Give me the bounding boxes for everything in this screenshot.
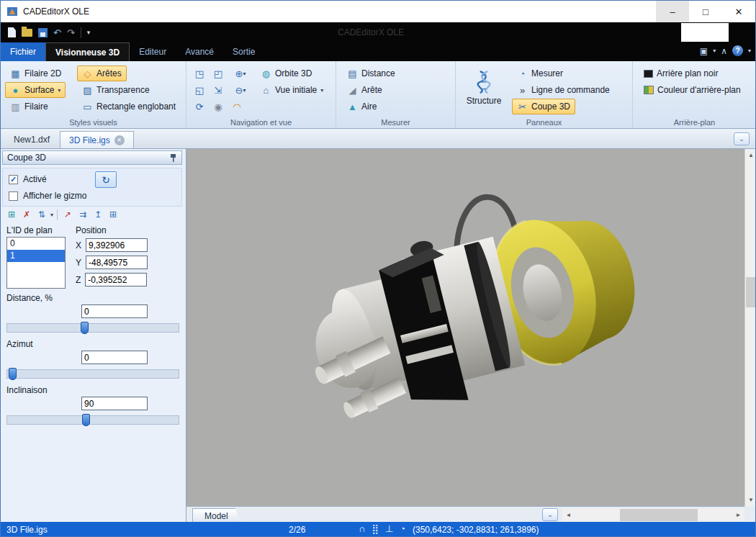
structure-button[interactable]: Structure xyxy=(462,64,506,112)
tab-visionneuse-3d[interactable]: Visionneuse 3D xyxy=(45,42,130,61)
filaire-label: Filaire xyxy=(24,101,48,112)
visibility-icon[interactable]: ◉ xyxy=(210,99,227,114)
filaire-2d-button[interactable]: ▦Filaire 2D xyxy=(5,66,66,81)
redo-icon[interactable]: ↷ xyxy=(67,28,75,37)
layout-chevron-button[interactable]: ⌄ xyxy=(542,508,558,521)
undo-icon[interactable]: ↶ xyxy=(53,28,61,37)
orbite-3d-button[interactable]: ◍Orbite 3D xyxy=(256,66,317,81)
rotate-3d-icon[interactable]: ⟳ xyxy=(191,99,208,114)
ligne-de-commande-button[interactable]: »Ligne de commande xyxy=(512,82,615,98)
qat-dropdown-icon[interactable]: ▾ xyxy=(87,29,91,36)
scroll-down-icon[interactable]: ▼ xyxy=(745,494,756,506)
vue-initiale-button[interactable]: ⌂Vue initiale▾ xyxy=(256,82,328,98)
rectangle-englobant-button[interactable]: ▭Rectangle englobant xyxy=(77,99,181,114)
position-z-input[interactable] xyxy=(85,273,147,286)
panels-icon[interactable]: ▣ xyxy=(700,46,708,56)
tab-avance[interactable]: Avancé xyxy=(176,42,223,61)
distance-slider[interactable] xyxy=(6,323,179,333)
azimut-slider-thumb[interactable] xyxy=(9,368,17,380)
transparence-button[interactable]: ▨Transparence xyxy=(77,82,155,98)
tab-sortie[interactable]: Sortie xyxy=(223,42,264,61)
inclinaison-slider[interactable] xyxy=(6,415,179,425)
flip-plane-dropdown-icon[interactable]: ▾ xyxy=(50,212,53,218)
save-file-icon[interactable] xyxy=(38,28,48,37)
snap-plane-button[interactable]: ↻ xyxy=(95,171,117,188)
arete-button[interactable]: ◢Arête xyxy=(342,82,387,98)
swap-plane-icon[interactable]: ⇉ xyxy=(76,208,89,221)
new-file-icon[interactable] xyxy=(8,27,16,37)
gizmo-checkbox[interactable] xyxy=(9,191,18,201)
arriere-plan-noir-button[interactable]: Arrière plan noir xyxy=(639,66,723,81)
mesurer-panel-button[interactable]: ◔Mesurer xyxy=(512,66,568,81)
plane-id-listbox[interactable]: 0 1 xyxy=(6,237,66,289)
delete-plane-icon[interactable]: ✗ xyxy=(20,208,33,221)
move-top-plane-icon[interactable]: ↥ xyxy=(91,208,104,221)
3d-model-pump-assembly[interactable] xyxy=(186,149,744,506)
add-plane-icon[interactable]: ⊞ xyxy=(5,208,18,221)
zoom-in-icon[interactable]: ⊕▾ xyxy=(228,66,253,81)
tab-fichier[interactable]: Fichier xyxy=(1,42,45,61)
active-checkbox-row[interactable]: ✓ Activé xyxy=(9,174,47,184)
minimize-button[interactable]: – xyxy=(656,1,689,22)
panels-dropdown-icon[interactable]: ▾ xyxy=(713,48,716,54)
couleur-arriere-plan-button[interactable]: Couleur d'arrière-plan xyxy=(639,82,746,98)
magnet-snap-icon[interactable]: ∩ xyxy=(359,523,365,534)
apply-plane-icon[interactable]: ↗ xyxy=(61,208,74,221)
doc-tab-new1[interactable]: New1.dxf xyxy=(5,131,58,148)
doctabs-chevron-button[interactable]: ⌄ xyxy=(734,132,750,145)
distance-slider-thumb[interactable] xyxy=(81,322,89,334)
scroll-right-icon[interactable]: ► xyxy=(732,508,744,522)
couleur-arriere-plan-label: Couleur d'arrière-plan xyxy=(657,85,741,95)
scroll-left-icon[interactable]: ◄ xyxy=(562,508,575,522)
zoom-out-icon[interactable]: ⊖▾ xyxy=(228,82,253,98)
scroll-up-icon[interactable]: ▲ xyxy=(745,149,756,161)
coupe-3d-panel: Coupe 3D ✓ Activé ↻ Afficher le gizmo ⊞ … xyxy=(1,149,186,522)
aretes-button[interactable]: ◇Arêtes xyxy=(77,66,127,81)
structure-helix-icon xyxy=(475,71,492,94)
active-checkbox[interactable]: ✓ xyxy=(9,175,18,184)
close-button[interactable]: ✕ xyxy=(722,1,755,22)
surface-button[interactable]: ●Surface▾ xyxy=(5,82,66,98)
pan-hand-icon[interactable]: ◠ xyxy=(228,99,246,114)
zoom-window-icon[interactable]: ◰ xyxy=(210,66,227,81)
distance-button[interactable]: ▤Distance xyxy=(342,66,400,81)
azimut-input[interactable] xyxy=(81,351,148,364)
inclinaison-input[interactable] xyxy=(81,397,148,410)
viewport-3d[interactable] xyxy=(186,149,744,506)
doc-tab-3dfile[interactable]: 3D File.igs✕ xyxy=(60,131,134,148)
flip-plane-icon[interactable]: ⇅ xyxy=(35,208,48,221)
view-cube-icon[interactable]: ◳ xyxy=(191,66,208,81)
maximize-button[interactable]: □ xyxy=(689,1,722,22)
model-tab[interactable]: Model xyxy=(192,508,240,523)
pin-icon[interactable] xyxy=(169,153,177,163)
panel-header[interactable]: Coupe 3D xyxy=(2,150,182,165)
tab-editeur[interactable]: Editeur xyxy=(130,42,176,61)
position-y-input[interactable] xyxy=(86,256,148,269)
zoom-extents-icon[interactable]: ⇲ xyxy=(210,82,227,98)
open-file-icon[interactable] xyxy=(22,29,32,37)
filaire-button[interactable]: ▥Filaire xyxy=(5,99,53,114)
horizontal-scrollbar[interactable]: ◄ ► xyxy=(562,508,744,522)
aire-button[interactable]: ▲Aire xyxy=(342,99,382,114)
grid-snap-icon[interactable]: ⣿ xyxy=(372,523,379,534)
close-tab-icon[interactable]: ✕ xyxy=(114,135,125,145)
help-dropdown-icon[interactable]: ▾ xyxy=(748,48,751,54)
plane-id-item-0[interactable]: 0 xyxy=(7,238,65,250)
distance-input[interactable] xyxy=(81,304,148,318)
coupe-3d-button[interactable]: ✂Coupe 3D xyxy=(512,99,575,114)
y-axis-label: Y xyxy=(76,258,81,268)
help-icon[interactable]: ? xyxy=(732,45,743,56)
ortho-icon[interactable]: ⊥ xyxy=(385,523,393,534)
horizontal-scroll-thumb[interactable] xyxy=(620,509,698,521)
position-x-input[interactable] xyxy=(86,238,148,252)
plane-id-item-1[interactable]: 1 xyxy=(7,250,65,262)
ucs-icon[interactable]: ◔ xyxy=(400,523,405,534)
vertical-scrollbar[interactable]: ▲ ▼ xyxy=(744,149,756,506)
inclinaison-slider-thumb[interactable] xyxy=(82,414,90,426)
collapse-ribbon-icon[interactable]: ∧ xyxy=(721,46,727,56)
gizmo-checkbox-row[interactable]: Afficher le gizmo xyxy=(9,191,86,201)
vertical-scroll-thumb[interactable] xyxy=(746,277,756,307)
grid-plane-icon[interactable]: ⊞ xyxy=(107,208,120,221)
pan-view-icon[interactable]: ◱ xyxy=(191,82,208,98)
azimut-slider[interactable] xyxy=(6,369,179,379)
